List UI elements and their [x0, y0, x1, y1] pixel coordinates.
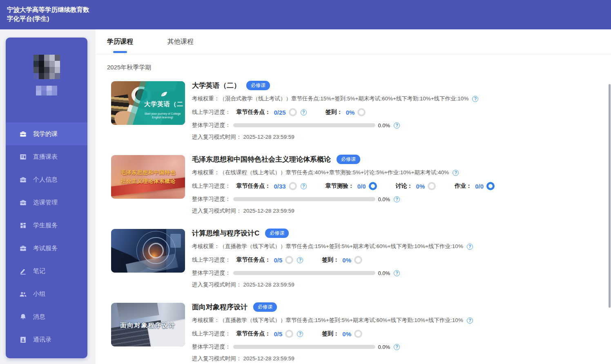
- overall-progress-bar: [233, 197, 375, 201]
- sidebar-item[interactable]: 小组: [6, 282, 87, 305]
- overall-progress-value: 0.0%: [378, 344, 390, 350]
- review-mode-time-label: 进入复习模式时间：: [192, 282, 242, 288]
- grid-icon: [19, 222, 27, 229]
- sidebar-item-label: 学生服务: [33, 222, 58, 229]
- help-icon[interactable]: ?: [472, 96, 478, 102]
- sidebar-item[interactable]: 笔记: [6, 260, 87, 282]
- sidebar-item[interactable]: 个人信息: [6, 168, 87, 191]
- overall-progress-bar: [233, 271, 375, 275]
- metric-label: 章节任务点：: [236, 330, 271, 337]
- assessment-weight-text: （混合式教学（线上考试））章节任务点:15%+签到:5%+期末考试:60%+线下…: [220, 95, 469, 102]
- briefcase-icon: [19, 199, 27, 206]
- sidebar-item-label: 小组: [33, 290, 45, 298]
- sidebar-scrollbar[interactable]: [609, 84, 611, 308]
- metric-label: 签到：: [322, 256, 339, 264]
- progress-ring-icon: [285, 256, 293, 264]
- help-icon[interactable]: ?: [467, 317, 473, 324]
- sidebar-item[interactable]: 消息: [6, 305, 87, 328]
- progress-ring-icon: [289, 182, 297, 190]
- progress-ring-icon: [428, 182, 436, 190]
- leaf-logo-icon: [161, 91, 168, 98]
- sidebar-item-label: 个人信息: [33, 176, 58, 184]
- overall-progress-label: 整体学习进度：: [192, 122, 231, 129]
- progress-metric: 签到： 0%: [322, 330, 362, 338]
- review-mode-time-value: 2025-12-28 23:59:59: [243, 282, 294, 288]
- overall-progress-label: 整体学习进度：: [192, 269, 231, 277]
- progress-metric: 作业： 0/0: [455, 182, 495, 190]
- help-icon[interactable]: ?: [467, 244, 473, 250]
- bell-icon: [19, 313, 27, 321]
- avatar: [33, 55, 60, 79]
- required-course-badge: 必修课: [337, 155, 360, 164]
- review-mode-time-value: 2025-12-28 23:59:59: [243, 208, 294, 214]
- progress-ring-icon: [357, 108, 366, 116]
- metric-label: 章节任务点：: [236, 182, 271, 190]
- sidebar-item-label: 直播课表: [33, 153, 58, 161]
- briefcase-icon: [19, 176, 27, 184]
- progress-metric: 章节任务点： 0/25 ?: [236, 108, 307, 116]
- progress-metric: 章节测验： 0/0: [326, 182, 377, 190]
- main-content: 学历课程 其他课程 2025年秋季学期 大学英语（二Start your jou…: [96, 29, 611, 364]
- review-mode-time-value: 2025-12-28 23:59:59: [243, 355, 294, 362]
- course-thumbnail[interactable]: 毛泽东思想和中国特色社会主义理论体系概论: [111, 155, 185, 199]
- help-icon[interactable]: ?: [297, 257, 303, 263]
- overall-progress-label: 整体学习进度：: [192, 195, 231, 203]
- overall-progress-value: 0.0%: [378, 196, 390, 202]
- review-mode-time-label: 进入复习模式时间：: [192, 355, 242, 362]
- review-mode-time-value: 2025-12-28 23:59:59: [243, 134, 294, 140]
- tab-degree-courses[interactable]: 学历课程: [107, 29, 133, 54]
- assessment-weight-text: （直播教学（线下考试））章节任务点:15%+签到:5%+期末考试:60%+线下考…: [220, 317, 463, 324]
- assessment-weight-label: 考核权重：: [192, 169, 220, 176]
- help-icon[interactable]: ?: [301, 109, 307, 115]
- help-icon[interactable]: ?: [394, 196, 400, 202]
- progress-metric: 章节任务点： 0/33 ?: [236, 182, 307, 190]
- metric-label: 签到：: [326, 109, 343, 116]
- help-icon[interactable]: ?: [453, 170, 459, 176]
- sidebar-item[interactable]: 我学的课: [6, 122, 87, 145]
- course-title[interactable]: 计算思维与程序设计C: [192, 229, 259, 238]
- sidebar-item[interactable]: 选课管理: [6, 191, 87, 214]
- course-list: 大学英语（二Start your journey of College Engl…: [111, 80, 611, 362]
- help-icon[interactable]: ?: [394, 122, 400, 129]
- course-title[interactable]: 面向对象程序设计: [192, 302, 248, 312]
- progress-ring-icon: [486, 182, 495, 190]
- help-icon[interactable]: ?: [394, 270, 400, 276]
- metric-label: 章节任务点：: [236, 109, 271, 116]
- metric-value: 0/0: [475, 183, 484, 190]
- sidebar-item-label: 选课管理: [33, 199, 58, 206]
- progress-metric: 章节任务点： 0/5 ?: [236, 330, 303, 338]
- sidebar-item[interactable]: 学生服务: [6, 214, 87, 237]
- assessment-weight-label: 考核权重：: [192, 95, 220, 102]
- progress-metric: 签到： 0%: [322, 256, 362, 264]
- tab-label: 其他课程: [167, 38, 194, 46]
- sidebar-item[interactable]: 考试服务: [6, 237, 87, 260]
- tab-label: 学历课程: [107, 38, 133, 46]
- metric-value: 0/33: [274, 183, 286, 190]
- metric-label: 签到：: [322, 330, 339, 337]
- thumbnail-text: Start your journey of College English le…: [143, 112, 182, 119]
- online-progress-label: 线上学习进度：: [192, 256, 231, 264]
- sidebar-item[interactable]: 通讯录: [6, 328, 87, 351]
- course-thumbnail[interactable]: 面向对象程序设计: [111, 303, 185, 346]
- course-title[interactable]: 大学英语（二）: [192, 81, 241, 90]
- course-tabbar: 学历课程 其他课程: [96, 29, 611, 54]
- course-title[interactable]: 毛泽东思想和中国特色社会主义理论体系概论: [192, 155, 331, 164]
- progress-ring-icon: [369, 182, 377, 190]
- help-icon[interactable]: ?: [301, 183, 307, 189]
- sidebar-item[interactable]: 直播课表: [6, 145, 87, 168]
- assessment-weight-label: 考核权重：: [192, 317, 220, 324]
- sidebar: 我学的课 直播课表 个人信息 选课管理 学生服务 考试服务 笔记 小组 消息 通…: [6, 38, 87, 358]
- course-thumbnail[interactable]: [111, 229, 185, 273]
- metric-value: 0%: [342, 257, 351, 264]
- course-thumbnail[interactable]: 大学英语（二Start your journey of College Engl…: [111, 81, 185, 125]
- tab-other-courses[interactable]: 其他课程: [167, 29, 194, 54]
- app-header: 宁波大学高等学历继续教育数字化平台(学生): [0, 0, 611, 29]
- online-progress-label: 线上学习进度：: [192, 330, 231, 337]
- progress-ring-icon: [354, 330, 362, 338]
- progress-ring-icon: [289, 108, 297, 116]
- sidebar-item[interactable]: [6, 351, 87, 358]
- online-progress-label: 线上学习进度：: [192, 182, 231, 190]
- metric-value: 0%: [346, 109, 355, 116]
- help-icon[interactable]: ?: [394, 344, 400, 350]
- help-icon[interactable]: ?: [297, 331, 303, 337]
